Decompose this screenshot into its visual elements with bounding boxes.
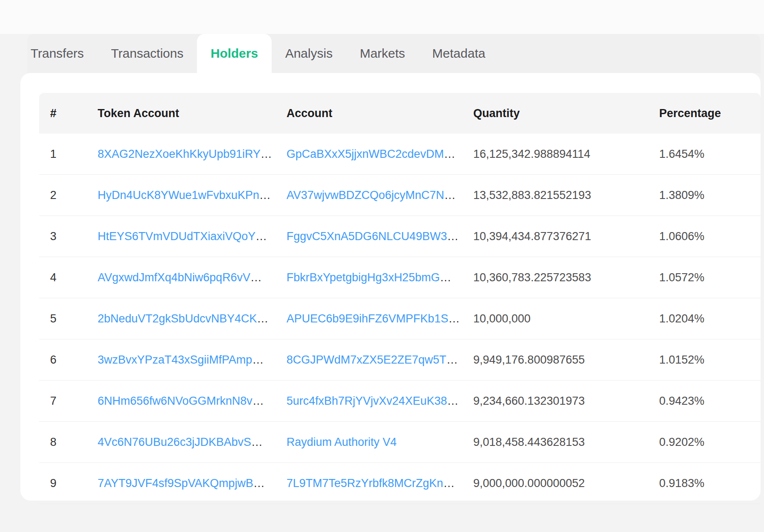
account-link[interactable]: 5urc4fxBh7RjYVjvXv24XEuK38 xyxy=(286,395,447,407)
table-row: 63wzBvxYPzaT43xSgiiMfPAmp…8CGJPWdM7xZX5E… xyxy=(39,339,761,381)
token-account-cell: 3wzBvxYPzaT43xSgiiMfPAmp… xyxy=(98,353,286,367)
token-account-cell: 4Vc6N76UBu26c3jJDKBAbvS… xyxy=(98,436,286,449)
column-header-quantity: Quantity xyxy=(473,107,659,120)
account-cell: APUEC6b9E9ihFZ6VMPFKb1S… xyxy=(286,312,473,325)
token-account-link[interactable]: 4Vc6N76UBu26c3jJDKBAbvS xyxy=(98,436,251,448)
truncation-ellipsis: … xyxy=(253,477,265,490)
account-cell: AV37wjvwBDZCQo6jcyMnC7N… xyxy=(286,189,473,202)
quantity-cell: 16,125,342.988894114 xyxy=(473,148,659,161)
tab-metadata[interactable]: Metadata xyxy=(419,34,499,73)
account-cell: Raydium Authority V4 xyxy=(286,436,473,449)
tab-holders[interactable]: Holders xyxy=(197,34,272,73)
rank-cell: 8 xyxy=(39,436,98,449)
tab-analysis[interactable]: Analysis xyxy=(272,34,346,73)
column-header-account: Account xyxy=(286,107,473,120)
table-row: 3HtEYS6TVmVDUdTXiaxiVQoY…FggvC5XnA5DG6NL… xyxy=(39,216,761,257)
quantity-cell: 10,000,000 xyxy=(473,312,659,325)
holders-panel: #Token AccountAccountQuantityPercentage … xyxy=(20,73,761,501)
account-link[interactable]: APUEC6b9E9ihFZ6VMPFKb1S xyxy=(286,312,448,325)
tab-transfers[interactable]: Transfers xyxy=(17,34,98,73)
token-account-cell: 2bNeduVT2gkSbUdcvNBY4CK… xyxy=(98,312,286,325)
account-link[interactable]: AV37wjvwBDZCQo6jcyMnC7N xyxy=(286,189,444,202)
quantity-cell: 10,360,783.225723583 xyxy=(473,271,659,284)
token-account-link[interactable]: HtEYS6TVmVDUdTXiaxiVQoY xyxy=(98,230,256,243)
percentage-cell: 1.0606% xyxy=(659,230,761,243)
account-cell: 8CGJPWdM7xZX5E2ZE7qw5T… xyxy=(286,353,473,367)
percentage-cell: 1.3809% xyxy=(659,189,761,202)
token-account-link[interactable]: 2bNeduVT2gkSbUdcvNBY4CK xyxy=(98,312,257,325)
quantity-cell: 9,000,000.000000052 xyxy=(473,477,659,490)
rank-cell: 5 xyxy=(39,312,98,325)
percentage-cell: 1.0572% xyxy=(659,271,761,284)
table-row: 84Vc6N76UBu26c3jJDKBAbvS…Raydium Authori… xyxy=(39,422,761,463)
percentage-cell: 0.9183% xyxy=(659,477,761,490)
percentage-cell: 1.6454% xyxy=(659,148,761,161)
tab-bar: TransfersTransactionsHoldersAnalysisMark… xyxy=(17,34,499,73)
truncation-ellipsis: … xyxy=(443,477,455,490)
tab-markets[interactable]: Markets xyxy=(346,34,419,73)
token-account-link[interactable]: HyDn4UcK8YWue1wFvbxuKPn xyxy=(98,189,259,202)
percentage-cell: 0.9423% xyxy=(659,395,761,408)
truncation-ellipsis: … xyxy=(259,189,271,202)
token-account-cell: 7AYT9JVF4sf9SpVAKQmpjwB… xyxy=(98,477,286,490)
token-account-cell: AVgxwdJmfXq4bNiw6pqR6vV… xyxy=(98,271,286,284)
rank-cell: 9 xyxy=(39,477,98,490)
account-cell: FbkrBxYpetgbigHg3xH25bmG… xyxy=(286,271,473,284)
rank-cell: 2 xyxy=(39,189,98,202)
quantity-cell: 9,018,458.443628153 xyxy=(473,436,659,449)
account-link[interactable]: Raydium Authority V4 xyxy=(286,436,397,448)
column-header-token-account: Token Account xyxy=(98,107,286,120)
truncation-ellipsis: … xyxy=(447,230,458,243)
rank-cell: 3 xyxy=(39,230,98,243)
table-row: 52bNeduVT2gkSbUdcvNBY4CK…APUEC6b9E9ihFZ6… xyxy=(39,298,761,339)
account-link[interactable]: FbkrBxYpetgbigHg3xH25bmG xyxy=(286,271,440,284)
truncation-ellipsis: … xyxy=(447,353,458,366)
table-row: 18XAG2NezXoeKhKkyUpb91iRY…GpCaBXxX5jjxnW… xyxy=(39,134,761,175)
table-body: 18XAG2NezXoeKhKkyUpb91iRY…GpCaBXxX5jjxnW… xyxy=(39,134,761,504)
tab-transactions[interactable]: Transactions xyxy=(98,34,197,73)
account-link[interactable]: 8CGJPWdM7xZX5E2ZE7qw5T xyxy=(286,353,447,366)
token-account-link[interactable]: 3wzBvxYPzaT43xSgiiMfPAmp xyxy=(98,353,252,366)
quantity-cell: 10,394,434.877376271 xyxy=(473,230,659,243)
token-account-cell: 6NHm656fw6NVoGGMrknN8v… xyxy=(98,395,286,408)
token-account-link[interactable]: 7AYT9JVF4sf9SpVAKQmpjwB xyxy=(98,477,253,490)
truncation-ellipsis: … xyxy=(448,312,460,325)
account-link[interactable]: FggvC5XnA5DG6NLCU49BW3 xyxy=(286,230,447,243)
truncation-ellipsis: … xyxy=(251,436,263,448)
truncation-ellipsis: … xyxy=(256,230,267,243)
truncation-ellipsis: … xyxy=(250,271,262,284)
token-account-link[interactable]: 6NHm656fw6NVoGGMrknN8v xyxy=(98,395,253,407)
token-account-cell: HyDn4UcK8YWue1wFvbxuKPn… xyxy=(98,189,286,202)
table-header-row: #Token AccountAccountQuantityPercentage xyxy=(39,93,761,134)
account-cell: 7L9TM7Te5RzYrbfk8MCrZgKn… xyxy=(286,477,473,490)
truncation-ellipsis: … xyxy=(252,353,264,366)
truncation-ellipsis: … xyxy=(444,148,455,160)
column-header-rank: # xyxy=(39,107,98,120)
truncation-ellipsis: … xyxy=(253,395,264,407)
account-cell: GpCaBXxX5jjxnWBC2cdevDM… xyxy=(286,148,473,161)
token-account-cell: HtEYS6TVmVDUdTXiaxiVQoY… xyxy=(98,230,286,243)
quantity-cell: 9,234,660.132301973 xyxy=(473,395,659,408)
account-link[interactable]: 7L9TM7Te5RzYrbfk8MCrZgKn xyxy=(286,477,443,490)
account-cell: FggvC5XnA5DG6NLCU49BW3… xyxy=(286,230,473,243)
token-account-cell: 8XAG2NezXoeKhKkyUpb91iRY… xyxy=(98,148,286,161)
quantity-cell: 13,532,883.821552193 xyxy=(473,189,659,202)
truncation-ellipsis: … xyxy=(257,312,268,325)
top-strip xyxy=(0,0,764,34)
token-account-link[interactable]: AVgxwdJmfXq4bNiw6pqR6vV xyxy=(98,271,250,284)
rank-cell: 4 xyxy=(39,271,98,284)
percentage-cell: 1.0204% xyxy=(659,312,761,325)
percentage-cell: 1.0152% xyxy=(659,353,761,367)
truncation-ellipsis: … xyxy=(440,271,451,284)
account-link[interactable]: GpCaBXxX5jjxnWBC2cdevDM xyxy=(286,148,444,160)
table-row: 97AYT9JVF4sf9SpVAKQmpjwB…7L9TM7Te5RzYrbf… xyxy=(39,463,761,504)
percentage-cell: 0.9202% xyxy=(659,436,761,449)
truncation-ellipsis: … xyxy=(261,148,272,160)
table-row: 2HyDn4UcK8YWue1wFvbxuKPn…AV37wjvwBDZCQo6… xyxy=(39,175,761,216)
rank-cell: 6 xyxy=(39,353,98,367)
token-account-link[interactable]: 8XAG2NezXoeKhKkyUpb91iRY xyxy=(98,148,261,160)
rank-cell: 1 xyxy=(39,148,98,161)
quantity-cell: 9,949,176.800987655 xyxy=(473,353,659,367)
table-row: 76NHm656fw6NVoGGMrknN8v…5urc4fxBh7RjYVjv… xyxy=(39,381,761,422)
column-header-percentage: Percentage xyxy=(659,107,761,120)
